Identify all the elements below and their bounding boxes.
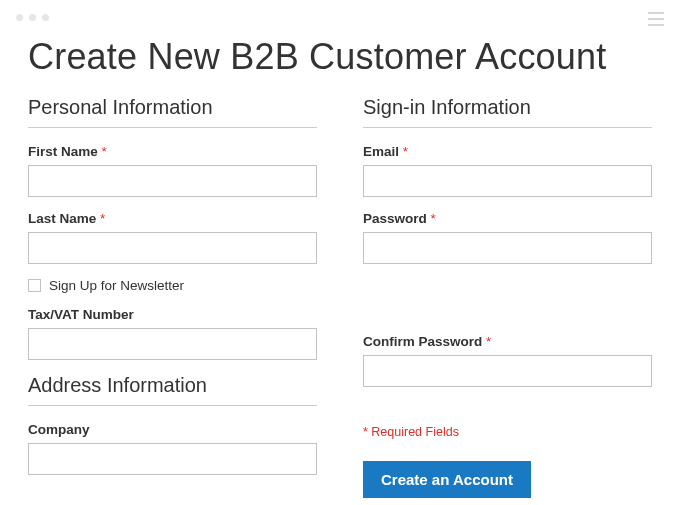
email-field-wrapper: Email * bbox=[363, 144, 652, 197]
password-input[interactable] bbox=[363, 232, 652, 264]
password-field-wrapper: Password * bbox=[363, 211, 652, 264]
newsletter-checkbox-row[interactable]: Sign Up for Newsletter bbox=[28, 278, 317, 293]
left-column: Personal Information First Name * Last N… bbox=[28, 96, 317, 498]
email-input[interactable] bbox=[363, 165, 652, 197]
required-star-icon: * bbox=[100, 211, 105, 226]
required-fields-note: * Required Fields bbox=[363, 425, 652, 439]
confirm-password-label: Confirm Password * bbox=[363, 334, 652, 349]
first-name-field: First Name * bbox=[28, 144, 317, 197]
tax-vat-label: Tax/VAT Number bbox=[28, 307, 317, 322]
window-dot bbox=[16, 14, 23, 21]
confirm-password-input[interactable] bbox=[363, 355, 652, 387]
hamburger-menu-icon[interactable] bbox=[648, 12, 664, 26]
company-input[interactable] bbox=[28, 443, 317, 475]
password-label-text: Password bbox=[363, 211, 427, 226]
window-controls bbox=[16, 14, 49, 21]
confirm-password-field-wrapper: Confirm Password * bbox=[363, 334, 652, 387]
window-dot bbox=[42, 14, 49, 21]
personal-info-heading: Personal Information bbox=[28, 96, 317, 128]
password-label: Password * bbox=[363, 211, 652, 226]
required-star-icon: * bbox=[403, 144, 408, 159]
first-name-input[interactable] bbox=[28, 165, 317, 197]
email-label-text: Email bbox=[363, 144, 399, 159]
last-name-input[interactable] bbox=[28, 232, 317, 264]
first-name-label-text: First Name bbox=[28, 144, 98, 159]
last-name-label: Last Name * bbox=[28, 211, 317, 226]
create-account-button[interactable]: Create an Account bbox=[363, 461, 531, 498]
first-name-label: First Name * bbox=[28, 144, 317, 159]
last-name-label-text: Last Name bbox=[28, 211, 96, 226]
address-info-heading: Address Information bbox=[28, 374, 317, 406]
window-dot bbox=[29, 14, 36, 21]
newsletter-checkbox[interactable] bbox=[28, 279, 41, 292]
company-label: Company bbox=[28, 422, 317, 437]
required-star-icon: * bbox=[486, 334, 491, 349]
tax-vat-input[interactable] bbox=[28, 328, 317, 360]
newsletter-label: Sign Up for Newsletter bbox=[49, 278, 184, 293]
confirm-password-label-text: Confirm Password bbox=[363, 334, 482, 349]
right-column: Sign-in Information Email * Password * C… bbox=[363, 96, 652, 498]
email-label: Email * bbox=[363, 144, 652, 159]
required-star-icon: * bbox=[102, 144, 107, 159]
tax-vat-field: Tax/VAT Number bbox=[28, 307, 317, 360]
page-title: Create New B2B Customer Account bbox=[28, 36, 652, 78]
company-field: Company bbox=[28, 422, 317, 475]
signin-info-heading: Sign-in Information bbox=[363, 96, 652, 128]
required-star-icon: * bbox=[431, 211, 436, 226]
last-name-field: Last Name * bbox=[28, 211, 317, 264]
